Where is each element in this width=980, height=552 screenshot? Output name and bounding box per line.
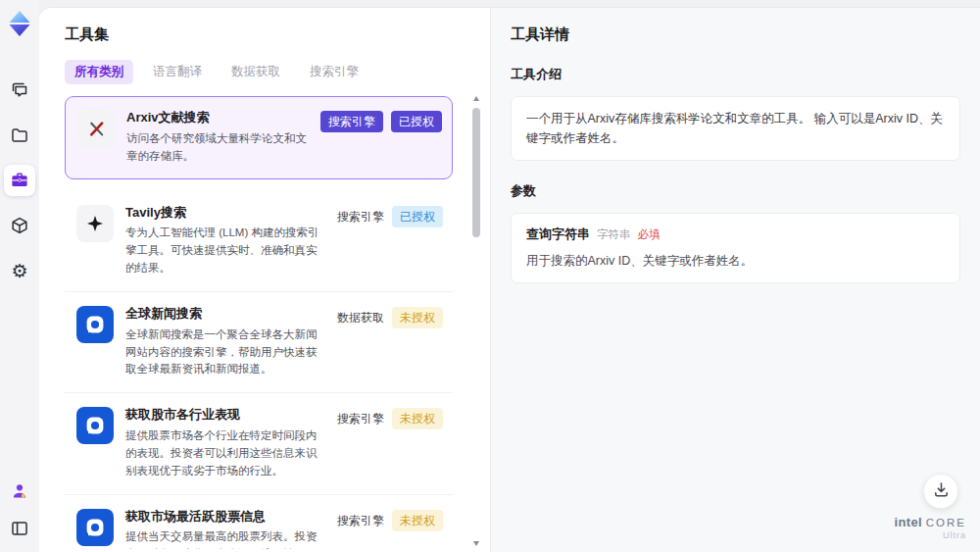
arxiv-logo-icon [77,110,115,147]
tools-list-panel: 工具集 所有类别 语言翻译 数据获取 搜索引擎 Arxiv文献搜索 访问各个研究… [39,8,490,552]
category-badge: 搜索引擎 [320,111,383,132]
panel-toggle-icon [10,519,29,538]
sidebar-item-settings[interactable]: ⚙ [4,255,35,286]
tool-description: 专为人工智能代理 (LLM) 构建的搜索引擎工具。可快速提供实时、准确和真实的结… [125,225,325,276]
sidebar-item-files[interactable] [4,120,35,151]
auth-status-badge: 已授权 [391,111,442,132]
sidebar-item-plugins[interactable] [4,210,35,241]
gear-icon: ⚙ [11,262,27,280]
auth-status-badge: 已授权 [392,206,443,227]
tool-description: 访问各个研究领域大量科学论文和文章的存储库。 [126,130,309,166]
user-avatar-button[interactable] [4,476,35,507]
tool-list: Arxiv文献搜索 访问各个研究领域大量科学论文和文章的存储库。 搜索引擎 已授… [65,96,466,549]
tool-list-item[interactable]: Tavily搜索 专为人工智能代理 (LLM) 构建的搜索引擎工具。可快速提供实… [65,191,453,292]
folder-icon [10,125,29,145]
app-logo-icon [6,10,33,37]
tool-list-item[interactable]: 获取股市各行业表现 提供股票市场各个行业在特定时间段内的表现。投资者可以利用这些… [65,393,453,494]
auth-status-badge: 未授权 [392,408,443,429]
tab-all-categories[interactable]: 所有类别 [65,60,133,84]
globalnews-logo-icon [76,407,114,444]
tab-data-acquisition[interactable]: 数据获取 [221,60,290,84]
tab-language-translation[interactable]: 语言翻译 [143,60,212,84]
intro-box: 一个用于从Arxiv存储库搜索科学论文和文章的工具。 输入可以是Arxiv ID… [511,96,960,161]
tavily-logo-icon [76,205,114,242]
intel-core-logo: intel CORE Ultra [895,515,966,540]
tool-list-item[interactable]: 获取市场最活跃股票信息 提供当天交易量最高的股票列表。投资者可以利用这些信息来识… [65,495,453,550]
tool-description: 全球新闻搜索是一个聚合全球各大新闻网站内容的搜索引擎，帮助用户快速获取全球最新资… [125,326,325,378]
category-badge: 搜索引擎 [337,510,384,531]
tool-description: 提供当天交易量最高的股票列表。投资者可以利用这些信息来识别流动性强的股票和潜在的… [125,528,325,549]
download-button[interactable] [923,474,958,509]
globalnews-logo-icon [76,509,114,546]
main-area: 工具集 所有类别 语言翻译 数据获取 搜索引擎 Arxiv文献搜索 访问各个研究… [39,0,980,552]
auth-status-badge: 未授权 [392,307,443,328]
download-icon [932,480,951,502]
category-badge: 搜索引擎 [337,408,384,429]
toolbox-icon [10,171,29,190]
cube-icon [10,216,29,235]
tool-name: 获取股市各行业表现 [125,407,325,424]
detail-title: 工具详情 [511,25,960,44]
param-type: 字符串 [597,227,631,242]
category-badge: 数据获取 [337,307,384,328]
nav-rail: ⚙ [0,0,39,552]
param-box: 查询字符串 字符串 必填 用于搜索的Arxiv ID、关键字或作者姓名。 [511,213,960,283]
app-window: ⚙ 工具集 [0,0,980,552]
param-required-badge: 必填 [638,227,661,242]
tab-search-engine[interactable]: 搜索引擎 [300,60,368,84]
tool-list-item[interactable]: 全球新闻搜索 全球新闻搜索是一个聚合全球各大新闻网站内容的搜索引擎，帮助用户快速… [65,292,453,393]
tool-detail-panel: 工具详情 工具介绍 一个用于从Arxiv存储库搜索科学论文和文章的工具。 输入可… [490,8,980,552]
tool-name: 全球新闻搜索 [125,306,325,323]
intro-heading: 工具介绍 [511,66,960,83]
scrollbar-up-arrow-icon[interactable] [473,96,479,101]
scrollbar-down-arrow-icon[interactable] [473,541,479,546]
tool-description: 提供股票市场各个行业在特定时间段内的表现。投资者可以利用这些信息来识别表现优于或… [125,427,325,479]
scrollbar[interactable] [472,96,481,546]
auth-status-badge: 未授权 [392,510,443,531]
panel-toggle-button[interactable] [4,513,35,544]
tool-name: 获取市场最活跃股票信息 [125,509,325,526]
sidebar-item-tools[interactable] [4,165,35,196]
sidebar-item-chat[interactable] [4,75,35,106]
tool-name: Tavily搜索 [125,205,325,222]
param-desc: 用于搜索的Arxiv ID、关键字或作者姓名。 [526,252,945,271]
param-name: 查询字符串 [526,226,590,243]
page-title: 工具集 [65,25,466,44]
category-tabs: 所有类别 语言翻译 数据获取 搜索引擎 [65,60,466,84]
category-badge: 搜索引擎 [337,206,384,227]
tool-list-item[interactable]: Arxiv文献搜索 访问各个研究领域大量科学论文和文章的存储库。 搜索引擎 已授… [65,96,453,179]
scrollbar-thumb[interactable] [472,108,480,237]
params-heading: 参数 [511,182,960,200]
intro-text: 一个用于从Arxiv存储库搜索科学论文和文章的工具。 输入可以是Arxiv ID… [526,109,945,148]
tool-name: Arxiv文献搜索 [126,110,309,126]
chat-icon [10,80,29,100]
user-icon [10,481,29,501]
globalnews-logo-icon [76,306,114,343]
